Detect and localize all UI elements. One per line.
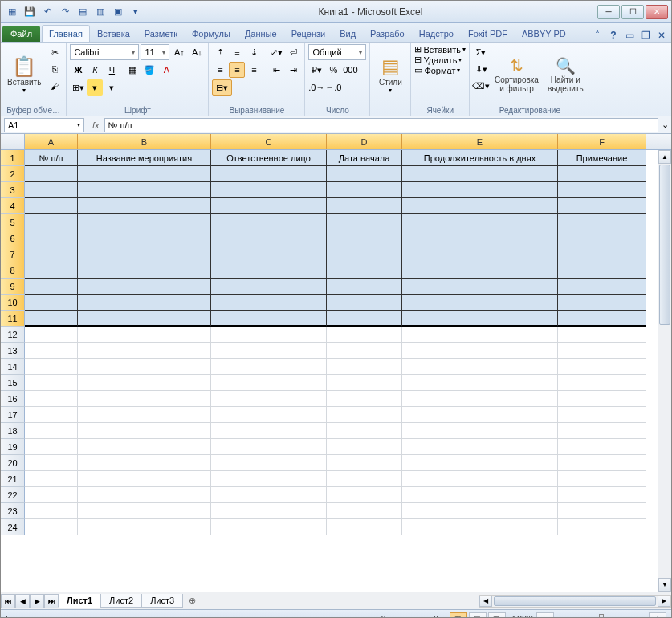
scroll-right-icon[interactable]: ▶ <box>658 596 670 607</box>
expand-formula-icon[interactable]: ⌄ <box>658 120 671 130</box>
zoom-knob[interactable] <box>599 614 604 619</box>
page-break-view-icon[interactable]: ▥ <box>488 612 506 619</box>
cell[interactable] <box>211 439 327 455</box>
cell[interactable] <box>558 343 646 359</box>
save-icon[interactable]: 💾 <box>22 4 38 20</box>
cell[interactable] <box>558 423 646 439</box>
font-size-combo[interactable]: 11▾ <box>141 44 169 60</box>
help-icon[interactable]: ? <box>607 29 620 42</box>
ribbon-tab[interactable]: Вид <box>332 25 363 42</box>
cell[interactable] <box>327 230 402 246</box>
cell[interactable] <box>558 198 646 214</box>
cell[interactable] <box>327 327 402 343</box>
cell[interactable] <box>558 295 646 311</box>
vertical-scrollbar[interactable]: ▲ ▼ <box>658 150 671 592</box>
cell[interactable] <box>25 471 78 487</box>
orientation-icon[interactable]: ⤢▾ <box>268 44 284 60</box>
minimize-button[interactable]: ─ <box>597 5 620 19</box>
copy-icon[interactable]: ⎘ <box>47 61 63 77</box>
ribbon-tab[interactable]: Надстро <box>412 25 461 42</box>
column-header[interactable]: D <box>327 134 402 149</box>
cell[interactable] <box>78 166 211 182</box>
bold-icon[interactable]: Ж <box>70 62 86 78</box>
qat-dropdown-icon[interactable]: ▾ <box>128 4 144 20</box>
ribbon-tab[interactable]: ABBYY PD <box>515 25 573 42</box>
row-header[interactable]: 1 <box>1 150 25 166</box>
cell[interactable] <box>402 295 558 311</box>
cell[interactable]: Название мероприятия <box>78 150 211 166</box>
cell[interactable] <box>78 198 211 214</box>
cell[interactable]: Продолжительность в днях <box>402 150 558 166</box>
cell[interactable] <box>558 455 646 471</box>
cell[interactable] <box>402 311 558 327</box>
cell[interactable] <box>327 166 402 182</box>
increase-font-icon[interactable]: A↑ <box>171 44 187 60</box>
align-right-icon[interactable]: ≡ <box>246 62 262 78</box>
cell[interactable] <box>78 359 211 375</box>
ribbon-tab[interactable]: Вставка <box>90 25 137 42</box>
ribbon-tab[interactable]: Формулы <box>185 25 238 42</box>
cell[interactable] <box>211 343 327 359</box>
increase-indent-icon[interactable]: ⇥ <box>285 62 301 78</box>
ribbon-tab[interactable]: Данные <box>238 25 284 42</box>
minimize-ribbon-icon[interactable]: ˄ <box>591 29 604 42</box>
new-sheet-icon[interactable]: ⊕ <box>183 596 201 606</box>
cell[interactable] <box>558 262 646 279</box>
cell[interactable] <box>78 519 211 535</box>
column-header[interactable]: F <box>558 134 646 149</box>
cell[interactable] <box>211 455 327 471</box>
styles-button[interactable]: ▤ Стили ▾ <box>373 44 407 105</box>
prev-sheet-icon[interactable]: ◀ <box>15 594 30 608</box>
cell[interactable] <box>327 182 402 198</box>
cell[interactable] <box>327 471 402 487</box>
cell[interactable] <box>211 407 327 423</box>
ribbon-tab[interactable]: Разрабо <box>363 25 412 42</box>
row-header[interactable]: 4 <box>1 198 25 214</box>
row-header[interactable]: 10 <box>1 295 25 311</box>
cell[interactable] <box>78 471 211 487</box>
cell[interactable] <box>25 487 78 503</box>
scroll-down-icon[interactable]: ▼ <box>658 578 671 592</box>
cell[interactable] <box>78 230 211 246</box>
cell[interactable] <box>78 407 211 423</box>
cell[interactable]: № п/п <box>25 150 78 166</box>
row-header[interactable]: 15 <box>1 375 25 391</box>
cell[interactable] <box>558 214 646 230</box>
row-header[interactable]: 13 <box>1 343 25 359</box>
restore-window-icon[interactable]: ❐ <box>639 29 652 42</box>
cell[interactable] <box>327 295 402 311</box>
cell[interactable] <box>402 439 558 455</box>
column-header[interactable]: B <box>78 134 211 149</box>
next-sheet-icon[interactable]: ▶ <box>30 594 44 608</box>
cell[interactable] <box>558 375 646 391</box>
cell[interactable] <box>402 182 558 198</box>
comma-icon[interactable]: 000 <box>342 62 358 78</box>
cell[interactable] <box>402 375 558 391</box>
cell[interactable] <box>402 359 558 375</box>
cell[interactable] <box>327 423 402 439</box>
cell[interactable] <box>402 166 558 182</box>
cell[interactable] <box>327 279 402 295</box>
cell[interactable]: Дата начала <box>327 150 402 166</box>
cell[interactable] <box>78 182 211 198</box>
cell[interactable] <box>211 279 327 295</box>
cell[interactable] <box>211 262 327 279</box>
file-tab[interactable]: Файл <box>2 26 40 42</box>
zoom-in-icon[interactable]: + <box>649 612 666 619</box>
fx-icon[interactable]: fx <box>92 120 100 130</box>
cell[interactable] <box>25 295 78 311</box>
cell[interactable] <box>558 279 646 295</box>
cell[interactable] <box>78 503 211 519</box>
row-header[interactable]: 12 <box>1 327 25 343</box>
sheet-tab[interactable]: Лист1 <box>58 594 101 608</box>
insert-cells-button[interactable]: ⊞Вставить▾ <box>414 44 466 55</box>
cell[interactable] <box>78 375 211 391</box>
increase-decimal-icon[interactable]: .0→ <box>308 79 324 96</box>
row-header[interactable]: 16 <box>1 391 25 407</box>
cell[interactable] <box>25 391 78 407</box>
cell[interactable] <box>402 487 558 503</box>
cell[interactable] <box>558 182 646 198</box>
cell[interactable] <box>558 166 646 182</box>
align-middle-icon[interactable]: ≡ <box>229 44 245 60</box>
clear-icon[interactable]: ⌫▾ <box>473 78 489 94</box>
